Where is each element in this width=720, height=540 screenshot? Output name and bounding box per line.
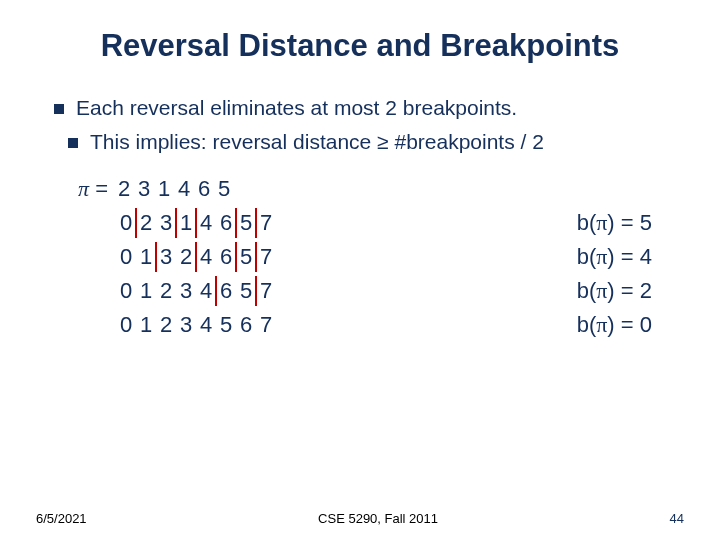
perm-digit: 0 (116, 274, 136, 308)
perm-digit: 3 (156, 240, 176, 274)
perm-digit: 6 (216, 274, 236, 308)
score-prefix: b( (577, 278, 597, 303)
perm-digit: 4 (196, 308, 216, 342)
score-suffix: ) = (607, 210, 639, 235)
perm-digit: 3 (134, 172, 154, 206)
perm-digit: 1 (136, 308, 156, 342)
perm-digit: 6 (216, 206, 236, 240)
perm-digit: 2 (136, 206, 156, 240)
perm-digit: 7 (256, 308, 276, 342)
score-suffix: ) = (607, 244, 639, 269)
score-row: b(π) = 4 (577, 240, 652, 274)
perm-digit: 2 (156, 274, 176, 308)
bullet-square-icon (68, 138, 78, 148)
footer-course: CSE 5290, Fall 2011 (318, 511, 438, 526)
perm-digit: 4 (196, 206, 216, 240)
pi-symbol: π (78, 176, 89, 201)
perm-digit: 0 (116, 240, 136, 274)
perm-row: 01234657 (78, 274, 276, 308)
bullet-square-icon (54, 104, 64, 114)
perm-digit: 6 (236, 308, 256, 342)
perm-digit: 5 (236, 240, 256, 274)
footer-date: 6/5/2021 (36, 511, 87, 526)
perm-digit: 2 (176, 240, 196, 274)
perm-digit: 3 (156, 206, 176, 240)
perm-digit: 5 (214, 172, 234, 206)
footer-page: 44 (670, 511, 684, 526)
perm-digit: 2 (156, 308, 176, 342)
bullet-text-1: Each reversal eliminates at most 2 break… (76, 96, 517, 120)
perm-digit: 0 (116, 206, 136, 240)
score-suffix: ) = (607, 312, 639, 337)
score-row: b(π) = 0 (577, 308, 652, 342)
slide-title: Reversal Distance and Breakpoints (40, 28, 680, 64)
equals: = (89, 176, 114, 201)
bullet-item-2: This implies: reversal distance ≥ #break… (68, 130, 680, 154)
perm-digit: 1 (154, 172, 174, 206)
score-row: b(π) = 2 (577, 274, 652, 308)
perm-digit: 0 (116, 308, 136, 342)
perm-digit: 3 (176, 274, 196, 308)
perm-digit: 5 (236, 274, 256, 308)
perm-digit: 3 (176, 308, 196, 342)
perm-row: 01234567 (78, 308, 276, 342)
score-value: 2 (640, 278, 652, 303)
score-value: 4 (640, 244, 652, 269)
perm-digit: 4 (174, 172, 194, 206)
perm-digit: 7 (256, 206, 276, 240)
perm-digit: 6 (194, 172, 214, 206)
score-column: b(π) = 5b(π) = 4b(π) = 2b(π) = 0 (577, 172, 652, 342)
score-value: 5 (640, 210, 652, 235)
score-prefix: b( (577, 244, 597, 269)
pi-symbol: π (596, 312, 607, 337)
perm-digit: 1 (136, 240, 156, 274)
perm-digit: 2 (114, 172, 134, 206)
perm-digit: 5 (236, 206, 256, 240)
score-prefix: b( (577, 210, 597, 235)
perm-digit: 1 (136, 274, 156, 308)
slide: Reversal Distance and Breakpoints Each r… (0, 0, 720, 540)
perm-digit: 6 (216, 240, 236, 274)
score-value: 0 (640, 312, 652, 337)
permutation-column: π = 231465 02314657013246570123465701234… (78, 172, 276, 342)
pi-symbol: π (596, 278, 607, 303)
perm-row: 01324657 (78, 240, 276, 274)
footer: 6/5/2021 CSE 5290, Fall 2011 44 (0, 511, 720, 526)
score-prefix: b( (577, 312, 597, 337)
perm-digit: 1 (176, 206, 196, 240)
perm-digit: 4 (196, 274, 216, 308)
bullet-item-1: Each reversal eliminates at most 2 break… (54, 96, 680, 120)
perm-header: π = 231465 (78, 172, 276, 206)
bullet-text-2: This implies: reversal distance ≥ #break… (90, 130, 544, 154)
perm-row: 02314657 (78, 206, 276, 240)
perm-digit: 7 (256, 274, 276, 308)
pi-symbol: π (596, 210, 607, 235)
content-row: π = 231465 02314657013246570123465701234… (40, 172, 680, 342)
perm-digit: 5 (216, 308, 236, 342)
score-row: b(π) = 5 (577, 206, 652, 240)
bullet-list: Each reversal eliminates at most 2 break… (54, 96, 680, 154)
score-suffix: ) = (607, 278, 639, 303)
perm-digit: 7 (256, 240, 276, 274)
perm-digit: 4 (196, 240, 216, 274)
pi-symbol: π (596, 244, 607, 269)
